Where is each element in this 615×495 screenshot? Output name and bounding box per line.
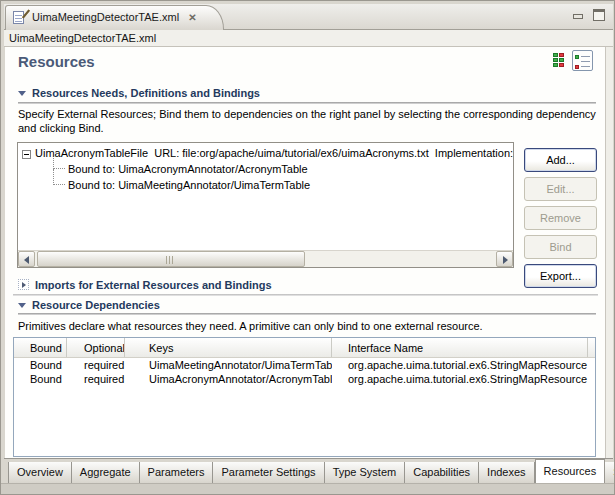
section-dependencies-title: Resource Dependencies [32,299,160,311]
cell-interface: org.apache.uima.tutorial.ex6.StringMapRe… [332,358,588,372]
column-header-keys[interactable]: Keys [125,338,332,357]
collapse-triangle-icon[interactable] [18,303,26,308]
section-needs-description: Specify External Resources; Bind them to… [18,107,606,135]
tree-root-item[interactable]: UimaAcronymTableFile URL: file:org/apach… [35,147,513,159]
editor-tab[interactable]: UimaMeetingDetectorTAE.xml ✕ [5,5,224,30]
tree-collapse-icon[interactable] [22,150,31,159]
resource-dependencies-table[interactable]: Bound Optional? Keys Interface Name Boun… [13,337,596,457]
section-dependencies-description: Primitives declare what resources they n… [18,319,606,333]
collapse-triangle-icon[interactable] [18,91,26,96]
page-tabbar: Overview Aggregate Parameters Parameter … [4,458,613,483]
tab-source[interactable]: Source [605,462,615,483]
editor-tab-title: UimaMeetingDetectorTAE.xml [32,11,179,23]
add-button[interactable]: Add... [524,148,597,172]
tab-resources[interactable]: Resources [535,459,606,483]
cell-optional: required [67,358,125,372]
section-dependencies-header[interactable]: Resource Dependencies [18,299,160,311]
table-row[interactable]: Bound required UimaAcronymAnnotator/Acro… [14,372,595,386]
uima-descriptor-editor-window: UimaMeetingDetectorTAE.xml ✕ UimaMeeting… [0,0,615,495]
section-needs-header[interactable]: Resources Needs, Definitions and Binding… [18,87,260,99]
window-bottom-edge [1,483,615,495]
resources-form: Resources Resources Needs, Definitions a… [5,47,605,458]
page-title: Resources [18,53,95,70]
cell-keys: UimaAcronymAnnotator/AcronymTable [125,372,332,386]
section-needs-rule [18,102,596,104]
section-imports-header[interactable]: Imports for External Resources and Bindi… [18,277,272,292]
editor-tabbar: UimaMeetingDetectorTAE.xml ✕ [4,4,613,30]
tree-connector [53,169,65,185]
scroll-left-icon[interactable] [18,251,35,267]
tab-type-system[interactable]: Type System [325,462,406,483]
column-header-optional[interactable]: Optional? [67,338,125,357]
table-header-row[interactable]: Bound Optional? Keys Interface Name [14,338,595,358]
tree-child-item[interactable]: Bound to: UimaMeetingAnnotator/UimaTermT… [68,179,310,191]
breadcrumb: UimaMeetingDetectorTAE.xml [4,30,613,47]
layout-grid-icon[interactable] [552,52,566,70]
tab-aggregate[interactable]: Aggregate [72,462,140,483]
remove-button: Remove [524,206,597,230]
table-row[interactable]: Bound required UimaMeetingAnnotator/Uima… [14,358,595,372]
section-needs-title: Resources Needs, Definitions and Binding… [32,87,260,99]
form-scrollbar-track[interactable] [605,47,613,458]
tab-overview[interactable]: Overview [8,462,72,483]
editor-document-icon [13,10,27,25]
tree-child-item[interactable]: Bound to: UimaAcronymAnnotator/AcronymTa… [68,163,308,175]
cell-keys: UimaMeetingAnnotator/UimaTermTable [125,358,332,372]
tree-connector [53,158,65,169]
cell-interface: org.apache.uima.tutorial.ex6.StringMapRe… [332,372,588,386]
scroll-right-icon[interactable] [496,251,513,267]
horizontal-scrollbar[interactable] [18,250,513,267]
cell-optional: required [67,372,125,386]
cell-bound: Bound [14,372,67,386]
expand-twistie-icon[interactable] [18,279,29,290]
outline-view-icon[interactable] [572,50,593,71]
bind-button: Bind [524,235,597,259]
tab-parameters[interactable]: Parameters [140,462,214,483]
minimize-icon[interactable] [572,9,585,20]
maximize-icon[interactable] [593,9,605,21]
tab-capabilities[interactable]: Capabilities [405,462,479,483]
external-resources-tree[interactable]: UimaAcronymTableFile URL: file:org/apach… [17,142,514,268]
tab-parameter-settings[interactable]: Parameter Settings [213,462,324,483]
section-dependencies-rule [18,313,596,315]
tab-indexes[interactable]: Indexes [479,462,535,483]
column-header-interface[interactable]: Interface Name [332,338,588,357]
edit-button: Edit... [524,177,597,201]
column-header-bound[interactable]: Bound [14,338,67,357]
scrollbar-thumb[interactable] [37,251,305,267]
section-imports-title: Imports for External Resources and Bindi… [35,279,272,291]
section-sash[interactable] [13,294,598,296]
export-button[interactable]: Export... [524,264,597,288]
cell-bound: Bound [14,358,67,372]
close-icon[interactable]: ✕ [188,12,196,23]
column-header-filler [588,338,595,357]
